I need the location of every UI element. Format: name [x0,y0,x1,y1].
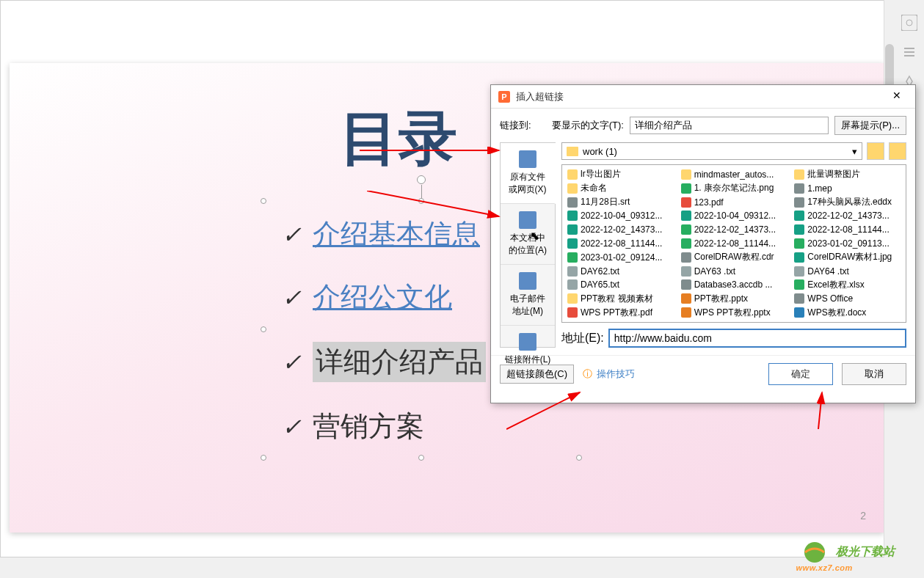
file-item[interactable]: WPS PPT教程.pdf [565,306,676,319]
file-item[interactable]: 批量调整图片 [792,168,903,181]
file-item[interactable]: 2022-12-08_11144... [679,237,790,250]
page-number: 2 [860,510,866,522]
resize-handle-sw[interactable] [261,455,266,461]
file-type-icon [567,279,578,290]
file-type-icon [567,252,578,263]
file-item[interactable]: DAY64 .txt [792,265,903,278]
tips-link[interactable]: ⓘ 操作技巧 [583,367,635,381]
email-icon [519,272,536,290]
file-item[interactable]: 2023-01-02_09124... [565,251,676,264]
close-button[interactable]: ✕ [886,89,908,104]
file-item[interactable]: DAY65.txt [565,279,676,292]
file-type-icon [681,266,691,277]
file-list[interactable]: lr导出图片mindmaster_autos...批量调整图片未命名1. 康奈尔… [561,164,906,323]
file-item[interactable]: WPS Office [792,292,903,305]
watermark: 极光下载站 www.xz7.com [796,541,895,572]
folder-icon [567,147,578,156]
file-item[interactable]: mindmaster_autos... [679,168,790,181]
file-item[interactable]: DAY63 .txt [679,265,790,278]
browse-button[interactable] [889,142,906,160]
file-item[interactable]: CorelDRAW素材1.jpg [792,251,903,264]
file-item[interactable]: 2022-12-02_14373... [565,223,676,236]
file-item[interactable]: 未命名 [565,182,676,195]
style-icon[interactable] [901,15,917,31]
file-item[interactable]: Database3.accdb ... [679,279,790,292]
bullet-item-4[interactable]: ✓ 营销方案 [282,408,561,445]
file-type-icon [681,238,691,249]
file-item[interactable]: 1. 康奈尔笔记法.png [679,182,790,195]
link-to-label: 链接到: [500,119,531,132]
up-folder-button[interactable] [867,142,884,160]
file-type-icon [567,224,578,235]
bullet-text-2[interactable]: 介绍公文化 [313,279,452,316]
address-label: 地址(E): [561,331,604,346]
file-item[interactable]: 123.pdf [679,196,790,209]
slide-title[interactable]: 目录 [340,100,457,179]
svg-rect-0 [901,15,917,31]
file-type-icon [681,293,691,304]
display-text-input[interactable] [630,117,829,134]
file-item[interactable]: Excel教程.xlsx [792,279,903,292]
file-item[interactable]: 2022-10-04_09312... [565,209,676,222]
file-type-icon [794,197,804,208]
bullet-text-3[interactable]: 详细介绍产品 [313,342,486,382]
file-item[interactable]: 2023-01-02_09113... [792,237,903,250]
dialog-titlebar[interactable]: 插入超链接 ✕ [491,85,915,109]
file-item[interactable]: DAY62.txt [565,265,676,278]
file-browser: work (1) lr导出图片mindmaster_autos...批量调整图片… [561,142,906,348]
dialog-title: 插入超链接 [516,90,886,103]
file-item[interactable]: 2022-12-02_14373... [679,223,790,236]
hyperlink-dialog: 插入超链接 ✕ 链接到: 要显示的文字(T): 屏幕提示(P)... 原有文件或… [490,84,916,403]
cancel-button[interactable]: 取消 [842,363,906,385]
file-type-icon [681,279,691,290]
link-type-sidebar: 原有文件或网页(X) 本文档中的位置(A) 电子邮件地址(M) 链接附件(L) [500,142,556,348]
file-item[interactable]: 2022-12-02_14373... [792,209,903,222]
file-type-icon [794,279,804,290]
file-type-icon [794,266,804,277]
display-text-label: 要显示的文字(T): [552,119,624,132]
file-type-icon [567,183,578,194]
file-web-icon [519,150,536,168]
file-type-icon [681,183,691,194]
address-input[interactable] [608,329,906,348]
cursor-icon: ⬉ [530,229,539,243]
file-item[interactable]: WPS PPT教程.pptx [679,306,790,319]
file-item[interactable]: 1.mep [792,182,903,195]
file-item[interactable]: WPS教程.docx [792,306,903,319]
screen-tip-button[interactable]: 屏幕提示(P)... [834,116,906,135]
hyperlink-color-button[interactable]: 超链接颜色(C) [500,365,574,384]
file-type-icon [567,197,578,208]
rotate-handle[interactable] [417,175,426,184]
file-item[interactable]: 11月28日.srt [565,196,676,209]
check-icon: ✓ [282,221,302,249]
resize-handle-w[interactable] [261,326,266,332]
file-type-icon [794,211,804,221]
resize-handle-se[interactable] [576,455,582,461]
file-type-icon [567,293,578,304]
resize-handle-s[interactable] [418,455,424,461]
nav-existing-file[interactable]: 原有文件或网页(X) [501,143,556,204]
check-icon: ✓ [282,413,302,441]
resize-handle-n[interactable] [418,198,424,204]
nav-place-in-doc[interactable]: 本文档中的位置(A) [501,204,555,265]
file-item[interactable]: lr导出图片 [565,168,676,181]
file-type-icon [794,183,804,194]
nav-email[interactable]: 电子邮件地址(M) [501,265,555,326]
file-item[interactable]: CorelDRAW教程.cdr [679,251,790,264]
bullet-text-4[interactable]: 营销方案 [313,408,424,445]
file-item[interactable]: 17种头脑风暴法.eddx [792,196,903,209]
file-item[interactable]: 2022-10-04_09312... [679,209,790,222]
adjust-icon[interactable] [901,44,917,60]
svg-point-1 [906,20,912,26]
right-toolbar [896,15,923,89]
file-item[interactable]: PPT教程.pptx [679,292,790,305]
file-item[interactable]: 2022-12-08_11144... [792,223,903,236]
file-type-icon [681,169,691,180]
file-item[interactable]: 2022-12-08_11144... [565,237,676,250]
file-item[interactable]: PPT教程 视频素材 [565,292,676,305]
bullet-text-1[interactable]: 介绍基本信息 [313,216,480,253]
ok-button[interactable]: 确定 [768,363,833,385]
check-icon: ✓ [282,284,302,312]
folder-path-select[interactable]: work (1) [561,142,862,160]
resize-handle-nw[interactable] [261,198,266,204]
